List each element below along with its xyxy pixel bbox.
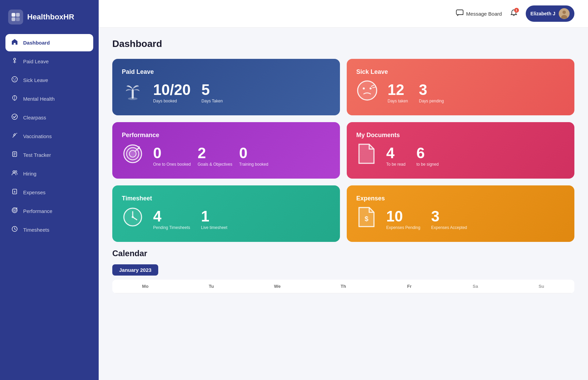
svg-point-45	[132, 216, 134, 218]
pending-ts-label: Pending Timesheets	[153, 225, 190, 230]
svg-point-18	[13, 171, 15, 173]
sidebar-item-clearpass[interactable]: Clearpass	[5, 109, 93, 126]
notification-button[interactable]: 1	[510, 9, 518, 18]
message-board-button[interactable]: Message Board	[456, 10, 502, 18]
user-name-label: Elizabeth J	[530, 11, 555, 16]
sick-days-pending-label: Days pending	[419, 99, 444, 103]
sidebar-item-sick-leave-label: Sick Leave	[23, 77, 48, 83]
svg-point-40	[129, 150, 136, 157]
page-title: Dashboard	[112, 38, 574, 49]
app-logo: HealthboxHR	[0, 0, 99, 34]
sidebar-item-expenses[interactable]: $ Expenses	[5, 184, 93, 201]
timesheet-stat-pending: 4 Pending Timesheets	[153, 209, 190, 230]
sidebar-item-mental-health[interactable]: Mental Health	[5, 90, 93, 108]
svg-point-36	[363, 87, 365, 89]
svg-point-4	[14, 58, 16, 60]
expenses-stats: 10 Expenses Pending 3 Expenses Accepted	[386, 209, 467, 230]
sidebar-item-expenses-label: Expenses	[23, 189, 46, 195]
sick-leave-stat-taken: 12 Days taken	[388, 82, 408, 103]
sidebar-item-dashboard-label: Dashboard	[23, 40, 50, 46]
app-name: HealthboxHR	[27, 13, 74, 21]
timesheet-card[interactable]: Timesheet 4 Pending Timesheets	[112, 185, 340, 242]
svg-rect-2	[12, 17, 15, 21]
sidebar-item-performance[interactable]: Performance	[5, 202, 93, 220]
clock-large-icon	[122, 206, 144, 232]
documents-body: 4 To be read 6 to be signed	[356, 143, 565, 169]
day-tu: Tu	[178, 280, 244, 293]
beach-icon	[11, 57, 18, 65]
expenses-title: Expenses	[356, 195, 565, 202]
documents-stat-sign: 6 to be signed	[416, 146, 439, 167]
expenses-card[interactable]: Expenses $ 10 Expenses Pending	[347, 185, 574, 242]
target-goal-icon	[122, 143, 144, 169]
sick-face-icon	[356, 80, 378, 106]
ones-value: 0	[153, 146, 191, 161]
dollar-doc-icon: $	[11, 188, 18, 196]
sick-days-pending-value: 3	[419, 82, 444, 97]
day-we: We	[244, 280, 310, 293]
days-taken-label: Days Taken	[201, 99, 223, 103]
clock-icon	[11, 226, 18, 234]
day-th: Th	[310, 280, 376, 293]
svg-rect-12	[13, 133, 16, 136]
paid-leave-title: Paid Leave	[122, 68, 330, 76]
svg-text:$: $	[14, 190, 16, 193]
to-read-value: 4	[386, 146, 406, 161]
documents-stats: 4 To be read 6 to be signed	[386, 146, 439, 167]
documents-title: My Documents	[356, 132, 565, 139]
sick-leave-stats: 12 Days taken 3 Days pending	[388, 82, 444, 103]
goals-value: 2	[198, 146, 232, 161]
document-lines-icon	[11, 151, 18, 159]
sick-leave-card[interactable]: Sick Leave 12 Da	[347, 59, 574, 115]
checkmark-circle-icon	[11, 114, 18, 121]
paid-leave-card[interactable]: Paid Leave 10/2	[112, 59, 340, 115]
performance-body: 0 One to Ones booked 2 Goals & Objective…	[122, 143, 330, 169]
calendar-month-badge[interactable]: January 2023	[112, 264, 158, 276]
svg-point-7	[13, 78, 14, 79]
performance-stat-goals: 2 Goals & Objectives	[198, 146, 232, 167]
svg-line-28	[15, 229, 16, 230]
sidebar-item-vaccinations-label: Vaccinations	[23, 133, 52, 139]
expense-doc-icon: $	[356, 206, 377, 232]
goals-label: Goals & Objectives	[198, 162, 232, 167]
sidebar-item-clearpass-label: Clearpass	[23, 115, 46, 120]
sidebar-item-hiring[interactable]: Hiring	[5, 165, 93, 182]
sidebar-navigation: Dashboard Paid Leave	[0, 34, 99, 238]
days-taken-value: 5	[201, 82, 223, 97]
to-sign-label: to be signed	[416, 162, 439, 167]
day-fr: Fr	[376, 280, 442, 293]
performance-stats: 0 One to Ones booked 2 Goals & Objective…	[153, 146, 268, 167]
people-icon	[11, 170, 18, 178]
timesheet-stats: 4 Pending Timesheets 1 Live timesheet	[153, 209, 227, 230]
live-ts-value: 1	[201, 209, 227, 224]
expenses-stat-accepted: 3 Expenses Accepted	[431, 209, 467, 230]
logo-icon	[8, 10, 23, 24]
svg-rect-34	[132, 89, 134, 99]
sick-leave-title: Sick Leave	[356, 68, 565, 76]
to-sign-value: 6	[416, 146, 439, 161]
documents-card[interactable]: My Documents 4 To be read	[347, 122, 574, 179]
sidebar-item-paid-leave[interactable]: Paid Leave	[5, 53, 93, 70]
performance-card[interactable]: Performance 0 On	[112, 122, 340, 179]
sidebar-item-paid-leave-label: Paid Leave	[23, 59, 49, 64]
timesheet-body: 4 Pending Timesheets 1 Live timesheet	[122, 206, 330, 232]
document-icon	[356, 143, 377, 169]
days-booked-label: Days booked	[153, 99, 191, 103]
paid-leave-stats: 10/20 Days booked 5 Days Taken	[153, 82, 223, 103]
sidebar-item-dashboard[interactable]: Dashboard	[5, 34, 93, 51]
sidebar-item-test-tracker-label: Test Tracker	[23, 152, 51, 158]
sidebar-item-test-tracker[interactable]: Test Tracker	[5, 146, 93, 164]
user-profile-button[interactable]: Elizabeth J	[526, 5, 574, 22]
sidebar-item-sick-leave[interactable]: Sick Leave	[5, 71, 93, 89]
calendar-header: January 2023	[112, 264, 574, 276]
svg-rect-1	[16, 13, 20, 17]
performance-stat-ones: 0 One to Ones booked	[153, 146, 191, 167]
expenses-stat-pending: 10 Expenses Pending	[386, 209, 420, 230]
sidebar-item-vaccinations[interactable]: Vaccinations	[5, 128, 93, 145]
timesheet-stat-live: 1 Live timesheet	[201, 209, 227, 230]
sidebar-item-timesheets[interactable]: Timesheets	[5, 221, 93, 238]
message-board-label: Message Board	[466, 11, 502, 17]
palm-tree-icon	[122, 80, 144, 106]
svg-rect-3	[16, 17, 20, 21]
training-label: Training booked	[239, 162, 268, 167]
